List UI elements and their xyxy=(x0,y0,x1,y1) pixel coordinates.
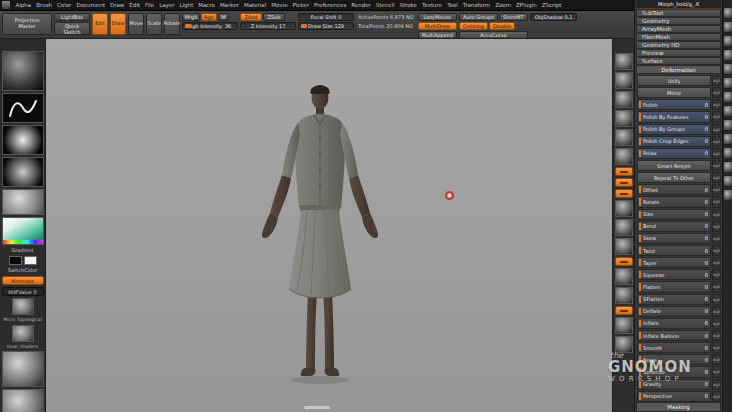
tray-mini-thumbnail[interactable] xyxy=(724,162,732,172)
right-shelf-thumbnail[interactable] xyxy=(615,200,633,217)
tray-mini-thumbnail[interactable] xyxy=(724,22,732,32)
deformation-slider[interactable]: Rotate0 xyxy=(637,196,711,207)
right-shelf-thumbnail[interactable] xyxy=(615,129,633,146)
menubar-item-layer[interactable]: Layer xyxy=(157,0,177,11)
axis-xyz-toggle[interactable]: xyz xyxy=(712,269,721,280)
m-button[interactable]: M xyxy=(218,13,229,21)
disable-button[interactable]: Disable xyxy=(489,22,516,30)
menubar-item-macro[interactable]: Macro xyxy=(196,0,218,11)
deformation-row-polish-by-features[interactable]: Polish By Features0xyz xyxy=(637,111,721,122)
menubar-item-render[interactable]: Render xyxy=(349,0,374,11)
rgb-button[interactable]: Rgb xyxy=(201,13,217,21)
axis-xyz-toggle[interactable]: xyz xyxy=(712,148,721,159)
deformation-slider[interactable]: Polish0 xyxy=(637,99,711,110)
deformation-row-mirror[interactable]: Mirrorxyz xyxy=(637,87,721,98)
deformation-slider[interactable]: Offset0 xyxy=(637,184,711,195)
zsub-button[interactable]: ZSub xyxy=(263,13,285,21)
deformation-slider[interactable]: Squeeze0 xyxy=(637,269,711,280)
menubar-item-tool[interactable]: Tool xyxy=(445,0,461,11)
right-shelf-thumbnail[interactable] xyxy=(615,219,633,236)
deformation-row-relax[interactable]: Relax0xyz xyxy=(637,148,721,159)
menubar-item-texture[interactable]: Texture xyxy=(420,0,445,11)
axis-xyz-toggle[interactable]: xyz xyxy=(712,354,721,365)
menubar-item-light[interactable]: Light xyxy=(177,0,196,11)
axis-xyz-toggle[interactable]: xyz xyxy=(712,124,721,135)
palette-section-fibermesh[interactable]: FiberMesh xyxy=(636,33,721,41)
deformation-row-perspective[interactable]: Perspective0xyz xyxy=(637,391,721,402)
palette-section-subtool[interactable]: SubTool xyxy=(636,9,721,17)
tray-mini-thumbnail[interactable] xyxy=(724,134,732,144)
deformation-row-offset[interactable]: Offset0xyz xyxy=(637,184,721,195)
right-shelf-active-button[interactable] xyxy=(615,167,633,176)
right-shelf-thumbnail[interactable] xyxy=(615,317,633,334)
menubar-item-edit[interactable]: Edit xyxy=(127,0,143,11)
right-shelf-active-button[interactable] xyxy=(615,178,633,187)
right-shelf-thumbnail[interactable] xyxy=(615,268,633,285)
tray-mini-thumbnail[interactable] xyxy=(724,92,732,102)
main-color-swatch[interactable] xyxy=(9,256,22,265)
lazymouse-button[interactable]: LazyMouse xyxy=(418,13,457,21)
lightbox-button[interactable]: LightBox xyxy=(54,13,90,21)
menubar-item-marker[interactable]: Marker xyxy=(217,0,241,11)
tray-mini-thumbnail[interactable] xyxy=(724,176,732,186)
axis-xyz-toggle[interactable]: xyz xyxy=(712,221,721,232)
quick-sketch-button[interactable]: Quick Sketch xyxy=(54,22,90,35)
accucurve-button[interactable]: AccuCurve xyxy=(459,31,528,39)
axis-xyz-toggle[interactable]: xyz xyxy=(712,196,721,207)
menubar-item-color[interactable]: Color xyxy=(55,0,74,11)
draw-button[interactable]: Draw xyxy=(110,13,126,35)
palette-section-geometry-hd[interactable]: Geometry HD xyxy=(636,41,721,49)
move-button[interactable]: Move xyxy=(128,13,144,35)
tray-mini-thumbnail[interactable] xyxy=(724,36,732,46)
tool-name[interactable]: Morph_hold/g_.6 xyxy=(636,0,721,9)
switchcolor-button[interactable]: SwitchColor xyxy=(8,267,38,274)
deformation-slider[interactable]: Inflate Balloon0 xyxy=(637,330,711,341)
current-material-thumbnail[interactable] xyxy=(2,351,44,387)
menubar-item-movie[interactable]: Movie xyxy=(269,0,290,11)
tray-mini-thumbnail[interactable] xyxy=(724,120,732,130)
deformation-slider[interactable]: Polish Crisp Edges0 xyxy=(637,136,711,147)
current-texture-thumbnail[interactable] xyxy=(2,189,44,215)
right-shelf-thumbnail[interactable] xyxy=(615,91,633,108)
deformation-slider[interactable]: Perspective0 xyxy=(637,391,711,402)
menubar-item-draw[interactable]: Draw xyxy=(107,0,126,11)
mrgb-button[interactable]: Mrgb xyxy=(182,13,200,21)
deformation-row-squeeze[interactable]: Squeeze0xyz xyxy=(637,269,721,280)
deformation-button[interactable]: Mirror xyxy=(637,87,711,98)
menubar-item-material[interactable]: Material xyxy=(241,0,268,11)
menubar-item-brush[interactable]: Brush xyxy=(34,0,55,11)
right-shelf-thumbnail[interactable] xyxy=(615,148,633,165)
menubar-item-document[interactable]: Document xyxy=(74,0,108,11)
right-shelf-thumbnail[interactable] xyxy=(615,287,633,304)
color-picker[interactable] xyxy=(2,217,44,245)
axis-xyz-toggle[interactable]: xyz xyxy=(712,111,721,122)
alternate-button[interactable]: Alternate xyxy=(2,276,44,285)
axis-xyz-toggle[interactable]: xyz xyxy=(712,318,721,329)
multiappend-button[interactable]: MultiAppend xyxy=(418,31,457,39)
auto-groups-button[interactable]: Auto Groups xyxy=(459,13,498,21)
axis-xyz-toggle[interactable]: xyz xyxy=(712,306,721,317)
menubar-item-zscript[interactable]: ZScript xyxy=(539,0,564,11)
axis-xyz-toggle[interactable]: xyz xyxy=(712,136,721,147)
menubar-item-alpha[interactable]: Alpha xyxy=(13,0,34,11)
deformation-row-smart-resym[interactable]: Smart Resymxyz xyxy=(637,160,721,171)
axis-xyz-toggle[interactable]: xyz xyxy=(712,257,721,268)
zadd-button[interactable]: ZAdd xyxy=(240,13,262,21)
deformation-row-taper[interactable]: Taper0xyz xyxy=(637,257,721,268)
deformation-slider[interactable]: Relax0 xyxy=(637,148,711,159)
deformation-row-inflate[interactable]: Inflate0xyz xyxy=(637,318,721,329)
menubar-item-preferences[interactable]: Preferences xyxy=(311,0,348,11)
deformation-row-flatten[interactable]: Flatten0xyz xyxy=(637,281,721,292)
axis-xyz-toggle[interactable]: xyz xyxy=(712,172,721,183)
tray-mini-thumbnail[interactable] xyxy=(724,50,732,60)
right-shelf-thumbnail[interactable] xyxy=(615,72,633,89)
deformation-row-polish-by-groups[interactable]: Polish By Groups0xyz xyxy=(637,124,721,135)
menubar-item-zoom[interactable]: Zoom xyxy=(493,0,514,11)
menubar-item-stroke[interactable]: Stroke xyxy=(397,0,420,11)
hue-strip[interactable] xyxy=(3,240,43,244)
sculpt-model[interactable] xyxy=(245,79,395,389)
deformation-row-unify[interactable]: Unifyxyz xyxy=(637,75,721,86)
obj-shadow-slider[interactable]: ObjShadow 0.1 xyxy=(530,13,578,21)
brush-preview-thumbnail[interactable] xyxy=(12,298,34,315)
current-brush-thumbnail[interactable] xyxy=(2,51,44,91)
